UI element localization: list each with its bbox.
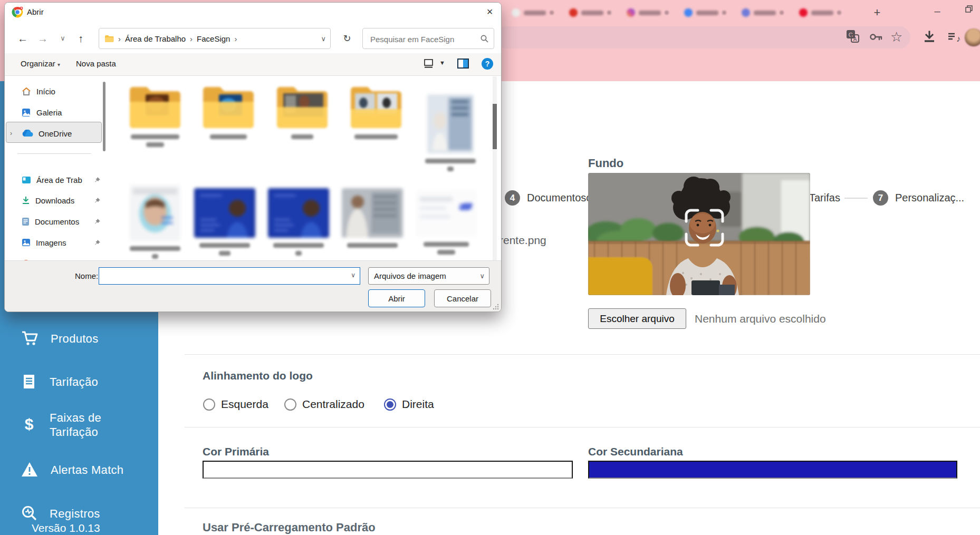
- tab-favicon-icon: [799, 8, 808, 17]
- new-folder-button[interactable]: Nova pasta: [76, 59, 116, 68]
- tab-favicon-icon: [684, 8, 693, 17]
- restore-button[interactable]: [961, 5, 977, 19]
- forward-icon[interactable]: →: [34, 30, 51, 47]
- up-icon[interactable]: ↑: [72, 30, 89, 47]
- partial-filename-label: rente.png: [499, 234, 546, 247]
- browser-tab[interactable]: [565, 5, 619, 21]
- cancel-button[interactable]: Cancelar: [434, 289, 491, 307]
- sidebar-item-onedrive[interactable]: › OneDrive: [6, 124, 104, 143]
- secondary-color-swatch[interactable]: [588, 461, 957, 479]
- caret-down-icon: ▾: [57, 62, 60, 67]
- pin-icon: [94, 239, 101, 246]
- tab-close-icon[interactable]: [665, 11, 669, 15]
- sidebar-item-imagens[interactable]: Imagens: [6, 233, 104, 252]
- tab-close-icon[interactable]: [780, 11, 784, 15]
- tab-favicon-icon: [742, 8, 750, 17]
- browser-tab[interactable]: [507, 5, 561, 21]
- playlist-icon[interactable]: ♪: [946, 30, 962, 45]
- sidebar-item-faixas-de-tarifacao[interactable]: $ Faixas de Tarifação: [0, 404, 158, 446]
- radio-centralizado[interactable]: Centralizado: [284, 398, 364, 411]
- browser-tab[interactable]: [795, 5, 849, 21]
- radio-direita[interactable]: Direita: [384, 398, 434, 411]
- browser-tab[interactable]: [737, 5, 791, 21]
- chevron-right-icon[interactable]: ›: [10, 130, 12, 137]
- choose-file-button[interactable]: Escolher arquivo: [588, 308, 686, 329]
- preview-pane-icon[interactable]: [457, 57, 469, 70]
- tab-close-icon[interactable]: [550, 11, 554, 15]
- sidebar-item-galeria[interactable]: Galeria: [6, 103, 104, 122]
- file-tile-image[interactable]: [266, 185, 331, 256]
- tab-favicon-icon: [569, 8, 578, 17]
- breadcrumb[interactable]: › Área de Trabalho › FaceSign › ∨: [99, 28, 331, 49]
- file-grid: [108, 76, 492, 261]
- file-tile-image[interactable]: [123, 185, 187, 259]
- sidebar-scrollbar[interactable]: [103, 82, 105, 151]
- dialog-toolbar: Organizar ▾ Nova pasta ▼ ?: [5, 53, 501, 76]
- svg-text:?: ?: [485, 60, 490, 68]
- step-7[interactable]: 7 Personalizaç...: [873, 190, 964, 206]
- browser-tab[interactable]: [622, 5, 676, 21]
- refresh-icon[interactable]: ↻: [339, 30, 356, 47]
- dollar-icon: $: [20, 414, 38, 435]
- file-type-select[interactable]: Arquivos de imagem ∨: [368, 267, 489, 285]
- close-icon[interactable]: ×: [478, 3, 501, 22]
- recent-locations-icon[interactable]: ∨: [54, 30, 71, 47]
- back-icon[interactable]: ←: [14, 30, 31, 47]
- primary-color-swatch[interactable]: [203, 461, 573, 479]
- sidebar-item-area-de-trabalho[interactable]: Área de Trab: [6, 170, 104, 189]
- browser-tab[interactable]: [680, 5, 734, 21]
- profile-avatar[interactable]: [964, 28, 980, 47]
- home-icon: [22, 87, 31, 96]
- chevron-down-icon[interactable]: ∨: [351, 271, 356, 279]
- alignment-title: Alinhamento do logo: [203, 369, 313, 382]
- file-tile-image[interactable]: [418, 84, 483, 171]
- dialog-footer: Nome: ∨ Arquivos de imagem ∨ Abrir Cance…: [5, 260, 501, 312]
- secondary-color-label: Cor Secundariana: [588, 445, 683, 458]
- pin-icon: [94, 218, 101, 225]
- file-tile-image[interactable]: [193, 185, 257, 256]
- dialog-title-bar[interactable]: Abrir ×: [5, 3, 501, 22]
- sidebar-item-produtos[interactable]: Produtos: [0, 323, 158, 354]
- open-button[interactable]: Abrir: [368, 289, 425, 307]
- files-scrollbar-thumb[interactable]: [493, 104, 497, 149]
- no-file-label: Nenhum arquivo escolhido: [695, 313, 826, 325]
- sidebar-item-downloads[interactable]: Downloads: [6, 191, 104, 210]
- new-tab-button[interactable]: +: [870, 6, 884, 20]
- organize-menu[interactable]: Organizar ▾: [21, 59, 60, 68]
- tab-close-icon[interactable]: [607, 11, 611, 15]
- downloads-icon[interactable]: [922, 30, 938, 45]
- sidebar-item-documentos[interactable]: Documentos: [6, 212, 104, 231]
- file-tile-folder[interactable]: [270, 84, 334, 139]
- file-tile-folder[interactable]: [123, 84, 187, 147]
- pin-icon: [94, 177, 101, 183]
- file-tile-image[interactable]: [414, 185, 478, 255]
- file-tile-folder[interactable]: [196, 84, 261, 139]
- radio-selected-icon: [384, 398, 396, 411]
- search-input[interactable]: [369, 29, 479, 49]
- view-dropdown-icon[interactable]: ▼: [439, 60, 445, 66]
- view-mode-icon[interactable]: [423, 58, 435, 70]
- breadcrumb-item-desktop[interactable]: Área de Trabalho: [125, 34, 186, 43]
- sidebar-item-tarifacao[interactable]: Tarifação: [0, 366, 158, 397]
- tab-close-icon[interactable]: [837, 11, 841, 15]
- tab-close-icon[interactable]: [722, 11, 726, 15]
- tab-favicon-icon: [627, 8, 635, 17]
- sidebar-item-alertas-match[interactable]: Alertas Match: [0, 454, 158, 485]
- file-tile-image[interactable]: [340, 185, 405, 248]
- breadcrumb-item-facesign[interactable]: FaceSign: [197, 34, 230, 43]
- sidebar-item-inicio[interactable]: Início: [6, 82, 104, 101]
- chevron-down-icon[interactable]: ∨: [321, 35, 326, 43]
- radio-esquerda[interactable]: Esquerda: [203, 398, 268, 411]
- primary-color-label: Cor Primária: [203, 445, 269, 458]
- translate-icon[interactable]: GA: [846, 30, 862, 45]
- warning-icon: [20, 461, 39, 479]
- minimize-button[interactable]: –: [929, 5, 945, 19]
- receipt-icon: [20, 373, 38, 391]
- file-name-input[interactable]: ∨: [99, 267, 360, 285]
- key-icon[interactable]: [868, 30, 884, 45]
- resize-grip[interactable]: [493, 304, 499, 310]
- file-tile-folder[interactable]: [344, 84, 408, 139]
- search-icon: [481, 35, 488, 43]
- bookmark-star-icon[interactable]: ☆: [890, 30, 906, 45]
- help-icon[interactable]: ?: [481, 57, 494, 70]
